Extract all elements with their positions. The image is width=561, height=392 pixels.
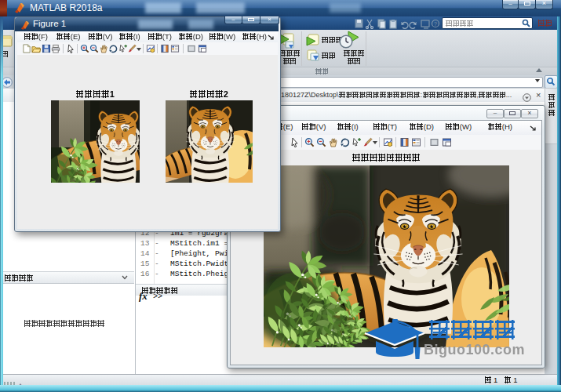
svg-text:?: ? (434, 21, 437, 27)
